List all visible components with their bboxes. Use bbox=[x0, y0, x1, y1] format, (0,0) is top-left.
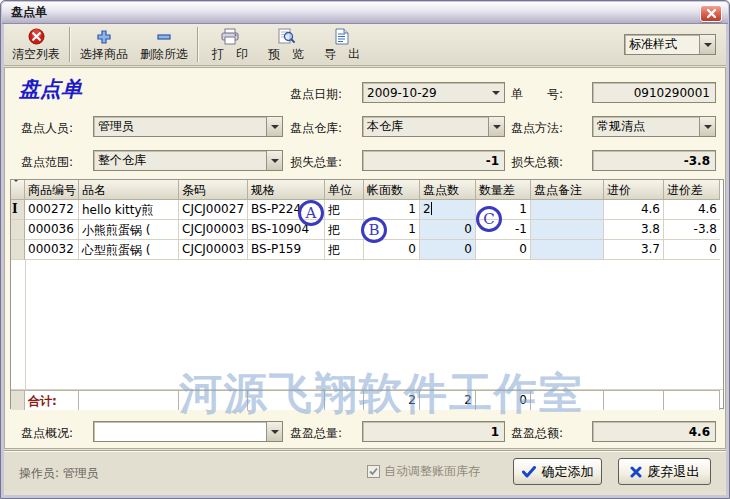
total-cell bbox=[604, 390, 664, 410]
cell-name[interactable]: hello kitty煎 bbox=[79, 200, 179, 220]
clear-list-icon bbox=[28, 28, 45, 45]
cell-price-diff[interactable]: 4.6 bbox=[664, 200, 720, 220]
discard-exit-label: 废弃退出 bbox=[648, 463, 700, 481]
cell-price[interactable]: 4.6 bbox=[604, 200, 664, 220]
cell-remark[interactable] bbox=[531, 200, 604, 220]
select-goods-button[interactable]: 选择商品 bbox=[74, 25, 134, 64]
bill-no-value: 0910290001 bbox=[634, 86, 715, 100]
cell-count-qty-editing[interactable]: 2 bbox=[420, 200, 476, 220]
scope-combo[interactable]: 整个仓库 bbox=[93, 150, 283, 171]
combo-arrow-button[interactable] bbox=[488, 83, 504, 102]
chevron-down-icon bbox=[271, 430, 279, 434]
cell-book-qty[interactable]: 0 bbox=[364, 240, 420, 260]
col-header-book-qty[interactable]: 帐面数 bbox=[364, 180, 420, 200]
cell-code[interactable]: 000032 bbox=[25, 240, 79, 260]
auto-adjust-checkbox-row[interactable]: 自动调整账面库存 bbox=[367, 463, 480, 480]
cell-price-diff[interactable]: 0 bbox=[664, 240, 720, 260]
title-bar: 盘点单 bbox=[2, 2, 728, 24]
surplus-amt-field: 4.6 bbox=[592, 421, 716, 442]
check-icon bbox=[522, 466, 536, 478]
col-header-count-qty[interactable]: 盘点数 bbox=[420, 180, 476, 200]
combo-arrow-button[interactable] bbox=[699, 35, 715, 54]
cell-remark[interactable] bbox=[531, 220, 604, 240]
text-caret bbox=[431, 202, 432, 215]
warehouse-combo[interactable]: 本仓库 bbox=[362, 116, 505, 137]
status-bar: 操作员: 管理员 自动调整账面库存 确定添加 废弃退出 bbox=[4, 451, 726, 491]
delete-selected-button[interactable]: 删除所选 bbox=[134, 25, 194, 64]
cell-price[interactable]: 3.8 bbox=[604, 220, 664, 240]
annotation-circle-c: C bbox=[476, 206, 502, 232]
close-button[interactable] bbox=[700, 5, 722, 22]
preview-label: 预 览 bbox=[268, 46, 304, 63]
person-combo[interactable]: 管理员 bbox=[93, 116, 283, 137]
cell-name[interactable]: 小熊煎蛋锅 ( bbox=[79, 220, 179, 240]
cell-count-qty[interactable]: 0 bbox=[420, 240, 476, 260]
cell-unit[interactable]: 把 bbox=[325, 200, 364, 220]
row-selector-cell: I bbox=[11, 200, 25, 220]
method-combo[interactable]: 常规清点 bbox=[592, 116, 716, 137]
date-combo[interactable]: 2009-10-29 bbox=[362, 82, 505, 103]
print-style-combo[interactable]: 标准样式 bbox=[624, 34, 716, 55]
col-header-barcode[interactable]: 条码 bbox=[179, 180, 248, 200]
combo-arrow-button[interactable] bbox=[488, 117, 504, 136]
cell-remark[interactable] bbox=[531, 240, 604, 260]
cell-code[interactable]: 000036 bbox=[25, 220, 79, 240]
col-header-remark[interactable]: 盘点备注 bbox=[531, 180, 604, 200]
cell-name[interactable]: 心型煎蛋锅 ( bbox=[79, 240, 179, 260]
table-row[interactable]: I 000272 hello kitty煎 CJCJ00027 BS-P224 … bbox=[11, 200, 723, 220]
checkbox-checked-icon[interactable] bbox=[367, 465, 380, 478]
cell-barcode[interactable]: CJCJ00027 bbox=[179, 200, 248, 220]
cell-unit[interactable]: 把 bbox=[325, 240, 364, 260]
surplus-amt-label: 盘盈总额: bbox=[511, 425, 563, 442]
col-header-qty-diff[interactable]: 数量差 bbox=[476, 180, 531, 200]
col-header-spec[interactable]: 规格 bbox=[248, 180, 325, 200]
col-header-price[interactable]: 进价 bbox=[604, 180, 664, 200]
row-selector-header[interactable] bbox=[11, 180, 25, 200]
combo-arrow-button[interactable] bbox=[699, 117, 715, 136]
add-icon bbox=[96, 28, 112, 45]
loss-amt-value: -3.8 bbox=[684, 154, 715, 168]
warehouse-label: 盘点仓库: bbox=[290, 120, 342, 137]
row-selector-cell bbox=[11, 390, 25, 410]
combo-arrow-button[interactable] bbox=[266, 422, 282, 441]
cell-price-diff[interactable]: -3.8 bbox=[664, 220, 720, 240]
total-label: 合计: bbox=[25, 390, 79, 410]
total-qty-diff: 0 bbox=[476, 390, 531, 410]
cell-barcode[interactable]: CJCJ00003 bbox=[179, 220, 248, 240]
grid-header-row: 商品编号 品名 条码 规格 单位 帐面数 盘点数 数量差 盘点备注 进价 进价差 bbox=[11, 180, 723, 200]
col-header-name[interactable]: 品名 bbox=[79, 180, 179, 200]
clear-list-button[interactable]: 清空列表 bbox=[6, 25, 66, 64]
print-style-value: 标准样式 bbox=[625, 36, 699, 53]
person-label: 盘点人员: bbox=[21, 120, 73, 137]
cell-count-qty[interactable]: 0 bbox=[420, 220, 476, 240]
toolbar: 清空列表 选择商品 删除所选 bbox=[4, 24, 726, 66]
discard-exit-button[interactable]: 废弃退出 bbox=[618, 458, 711, 485]
cell-code[interactable]: 000272 bbox=[25, 200, 79, 220]
confirm-add-button[interactable]: 确定添加 bbox=[513, 458, 602, 485]
print-button[interactable]: 打 印 bbox=[202, 25, 258, 64]
overview-combo[interactable] bbox=[93, 421, 283, 442]
annotation-circle-a: A bbox=[298, 200, 324, 226]
date-value: 2009-10-29 bbox=[363, 86, 488, 100]
items-grid: 商品编号 品名 条码 规格 单位 帐面数 盘点数 数量差 盘点备注 进价 进价差… bbox=[10, 179, 724, 409]
cell-qty-diff[interactable]: 0 bbox=[476, 240, 531, 260]
preview-button[interactable]: 预 览 bbox=[258, 25, 314, 64]
loss-qty-value: -1 bbox=[486, 154, 504, 168]
auto-adjust-label: 自动调整账面库存 bbox=[384, 463, 480, 480]
col-header-unit[interactable]: 单位 bbox=[325, 180, 364, 200]
total-book-qty: 2 bbox=[364, 390, 420, 410]
loss-qty-field: -1 bbox=[362, 150, 505, 171]
loss-amt-field: -3.8 bbox=[592, 150, 716, 171]
cell-price[interactable]: 3.7 bbox=[604, 240, 664, 260]
chevron-down-icon bbox=[271, 125, 279, 129]
cell-spec[interactable]: BS-P159 bbox=[248, 240, 325, 260]
col-header-code[interactable]: 商品编号 bbox=[25, 180, 79, 200]
table-row[interactable]: 000032 心型煎蛋锅 ( CJCJ00003 BS-P159 把 0 0 0… bbox=[11, 240, 723, 260]
col-header-price-diff[interactable]: 进价差 bbox=[664, 180, 720, 200]
export-button[interactable]: 导 出 bbox=[314, 25, 370, 64]
combo-arrow-button[interactable] bbox=[266, 151, 282, 170]
cell-unit[interactable]: 把 bbox=[325, 220, 364, 240]
inventory-count-window: 盘点单 清空列表 选择商品 bbox=[0, 0, 730, 499]
cell-barcode[interactable]: CJCJ00003 bbox=[179, 240, 248, 260]
combo-arrow-button[interactable] bbox=[266, 117, 282, 136]
